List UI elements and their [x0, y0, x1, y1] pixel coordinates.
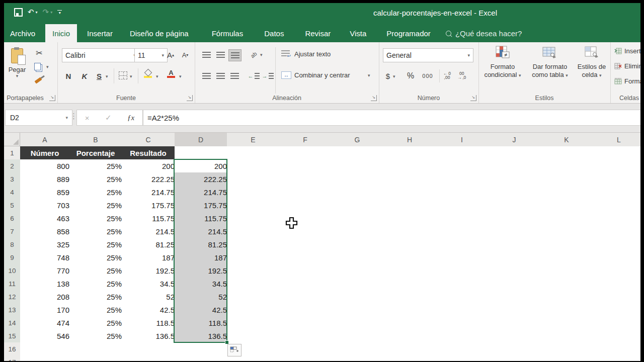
cell-J13[interactable] — [488, 303, 543, 317]
cell-I7[interactable] — [436, 225, 491, 238]
cell-J9[interactable] — [488, 251, 543, 264]
cell-A10[interactable]: 770 — [20, 264, 72, 278]
cell-A6[interactable]: 463 — [20, 212, 72, 225]
cell-J2[interactable] — [488, 159, 543, 173]
cell-H16[interactable] — [383, 342, 439, 356]
cell-C16[interactable] — [122, 342, 178, 356]
cell-H4[interactable] — [383, 186, 439, 199]
row-header-4[interactable]: 4 — [4, 186, 21, 199]
cell-G14[interactable] — [331, 316, 386, 330]
cell-L6[interactable] — [593, 212, 644, 225]
row-header-12[interactable]: 12 — [4, 290, 21, 304]
cell-D3[interactable]: 222.25 — [175, 172, 230, 186]
row-header-8[interactable]: 8 — [4, 238, 21, 251]
cell-C7[interactable]: 214.5 — [122, 225, 178, 238]
cell-K13[interactable] — [540, 303, 596, 317]
column-header-E[interactable]: E — [227, 133, 280, 147]
cell-G8[interactable] — [331, 238, 386, 251]
cell-J7[interactable] — [488, 225, 543, 238]
cell-B1[interactable]: Porcentaje — [69, 146, 122, 160]
cell-G7[interactable] — [331, 225, 386, 238]
cell-D11[interactable]: 34.5 — [175, 277, 230, 291]
cell-G11[interactable] — [331, 277, 386, 291]
cell-G12[interactable] — [331, 290, 386, 304]
cell-L16[interactable] — [593, 342, 644, 356]
cell-F16[interactable] — [279, 342, 334, 356]
cell-G2[interactable] — [331, 159, 386, 173]
cell-I10[interactable] — [436, 264, 491, 278]
row-header-7[interactable]: 7 — [4, 225, 21, 238]
cell-B13[interactable]: 25% — [69, 303, 125, 317]
cell-G5[interactable] — [331, 199, 386, 212]
cell-C4[interactable]: 214.75 — [122, 186, 178, 199]
cell-E3[interactable] — [227, 172, 282, 186]
cell-D8[interactable]: 81.25 — [175, 238, 230, 251]
cell-J1[interactable] — [488, 146, 543, 160]
cell-B14[interactable]: 25% — [69, 316, 125, 330]
row-header-3[interactable]: 3 — [4, 172, 21, 186]
cell-I5[interactable] — [436, 199, 491, 212]
cell-E4[interactable] — [227, 186, 282, 199]
cell-E7[interactable] — [227, 225, 282, 238]
cell-C2[interactable]: 200 — [122, 159, 178, 173]
cell-L5[interactable] — [593, 199, 644, 212]
cell-F14[interactable] — [279, 316, 334, 330]
column-header-J[interactable]: J — [488, 133, 541, 147]
cell-K12[interactable] — [540, 290, 596, 304]
cell-I15[interactable] — [436, 329, 491, 343]
column-header-K[interactable]: K — [540, 133, 593, 147]
cell-G4[interactable] — [331, 186, 386, 199]
cell-I6[interactable] — [436, 212, 491, 225]
cell-K5[interactable] — [540, 199, 596, 212]
cell-K16[interactable] — [540, 342, 596, 356]
cell-J11[interactable] — [488, 277, 543, 291]
cell-I1[interactable] — [436, 146, 491, 160]
cell-E9[interactable] — [227, 251, 282, 264]
cell-H14[interactable] — [383, 316, 439, 330]
cell-A2[interactable]: 800 — [20, 159, 72, 173]
cell-I12[interactable] — [436, 290, 491, 304]
cell-B11[interactable]: 25% — [69, 277, 125, 291]
cell-C13[interactable]: 42.5 — [122, 303, 178, 317]
cell-C1[interactable]: Resultado — [122, 146, 175, 160]
cell-J15[interactable] — [488, 329, 543, 343]
cell-J12[interactable] — [488, 290, 543, 304]
cell-K11[interactable] — [540, 277, 596, 291]
cell-D13[interactable]: 42.5 — [175, 303, 230, 317]
row-header-6[interactable]: 6 — [4, 212, 21, 225]
cell-L15[interactable] — [593, 329, 644, 343]
cell-F9[interactable] — [279, 251, 334, 264]
cell-B3[interactable]: 25% — [69, 172, 125, 186]
cell-K15[interactable] — [540, 329, 596, 343]
cell-E5[interactable] — [227, 199, 282, 212]
cell-L14[interactable] — [593, 316, 644, 330]
cell-B12[interactable]: 25% — [69, 290, 125, 304]
cell-F6[interactable] — [279, 212, 334, 225]
cell-F3[interactable] — [279, 172, 334, 186]
cell-E15[interactable] — [227, 329, 282, 343]
cell-D2[interactable]: 200 — [175, 159, 230, 173]
cell-L7[interactable] — [593, 225, 644, 238]
row-header-15[interactable]: 15 — [4, 329, 21, 343]
cell-D14[interactable]: 118.5 — [175, 316, 230, 330]
row-header-16[interactable]: 16 — [4, 342, 21, 356]
cell-F8[interactable] — [279, 238, 334, 251]
cell-A1[interactable]: Número — [20, 146, 70, 160]
cell-G16[interactable] — [331, 342, 386, 356]
cell-B4[interactable]: 25% — [69, 186, 125, 199]
cell-E12[interactable] — [227, 290, 282, 304]
cell-A5[interactable]: 703 — [20, 199, 72, 212]
row-header-1[interactable]: 1 — [4, 146, 21, 160]
cell-H1[interactable] — [383, 146, 439, 160]
cell-A8[interactable]: 325 — [20, 238, 72, 251]
cell-C11[interactable]: 34.5 — [122, 277, 178, 291]
cell-G10[interactable] — [331, 264, 386, 278]
cell-H6[interactable] — [383, 212, 439, 225]
cell-A7[interactable]: 858 — [20, 225, 72, 238]
cell-G3[interactable] — [331, 172, 386, 186]
cell-C10[interactable]: 192.5 — [122, 264, 178, 278]
cell-K3[interactable] — [540, 172, 596, 186]
cell-G13[interactable] — [331, 303, 386, 317]
cell-I11[interactable] — [436, 277, 491, 291]
cell-A4[interactable]: 859 — [20, 186, 72, 199]
